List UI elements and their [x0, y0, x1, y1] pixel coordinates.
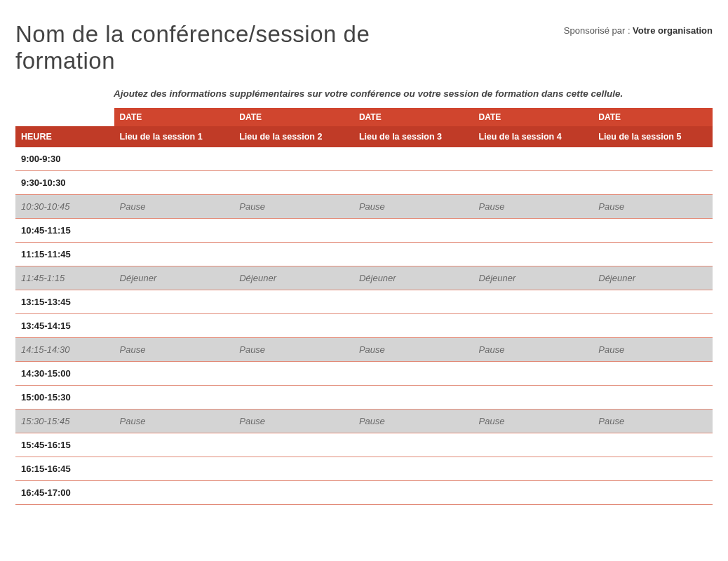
session-cell: Pause	[593, 410, 713, 433]
session-cell	[114, 457, 234, 481]
table-row: 15:30-15:45PausePausePausePausePause	[15, 410, 713, 433]
session-cell	[114, 481, 234, 505]
session-cell: Pause	[114, 338, 234, 362]
session-cell	[593, 457, 713, 481]
session-cell: Pause	[353, 410, 473, 433]
time-cell: 16:15-16:45	[15, 457, 114, 481]
session-cell: Pause	[593, 195, 713, 219]
session-cell	[353, 433, 473, 457]
session-cell: Déjeuner	[114, 266, 234, 290]
session-header-5: Lieu de la session 5	[593, 126, 713, 147]
session-cell	[593, 386, 713, 410]
session-cell	[593, 243, 713, 266]
session-cell	[234, 433, 353, 457]
table-row: 14:30-15:00	[15, 362, 713, 386]
session-cell	[234, 147, 353, 171]
session-cell	[353, 147, 473, 171]
session-cell: Déjeuner	[473, 266, 593, 290]
session-cell: Pause	[593, 338, 713, 362]
session-header-3: Lieu de la session 3	[353, 126, 473, 147]
session-cell	[473, 243, 593, 266]
date-header-3: DATE	[353, 108, 473, 126]
session-header-4: Lieu de la session 4	[473, 126, 593, 147]
page-title: Nom de la conférence/session de formatio…	[15, 21, 408, 74]
session-cell	[234, 481, 353, 505]
table-row: 11:45-1:15DéjeunerDéjeunerDéjeunerDéjeun…	[15, 266, 713, 290]
time-header: HEURE	[15, 126, 114, 147]
time-cell: 15:00-15:30	[15, 386, 114, 410]
session-cell	[593, 362, 713, 386]
header-row-sessions: HEURE Lieu de la session 1 Lieu de la se…	[15, 126, 713, 147]
time-cell: 9:00-9:30	[15, 147, 114, 171]
session-cell	[593, 171, 713, 195]
date-header-1: DATE	[114, 108, 234, 126]
table-row: 15:45-16:15	[15, 433, 713, 457]
session-cell: Pause	[234, 410, 353, 433]
schedule-table: DATE DATE DATE DATE DATE HEURE Lieu de l…	[15, 108, 713, 506]
session-cell	[593, 433, 713, 457]
session-cell	[234, 219, 353, 243]
date-header-5: DATE	[593, 108, 713, 126]
time-cell: 16:45-17:00	[15, 481, 114, 505]
subtitle-block: Ajoutez des informations supplémentaires…	[114, 87, 713, 100]
session-cell	[473, 362, 593, 386]
session-cell: Pause	[473, 195, 593, 219]
subtitle: Ajoutez des informations supplémentaires…	[114, 88, 623, 99]
session-cell	[473, 386, 593, 410]
session-cell	[234, 314, 353, 338]
session-cell	[473, 171, 593, 195]
table-row: 10:45-11:15	[15, 219, 713, 243]
session-cell: Déjeuner	[593, 266, 713, 290]
session-cell	[114, 147, 234, 171]
session-cell	[593, 219, 713, 243]
time-cell: 14:15-14:30	[15, 338, 114, 362]
session-cell	[234, 457, 353, 481]
session-cell: Déjeuner	[353, 266, 473, 290]
session-cell: Pause	[353, 338, 473, 362]
time-cell: 11:15-11:45	[15, 243, 114, 266]
session-cell	[593, 147, 713, 171]
schedule-body: 9:00-9:309:30-10:3010:30-10:45PausePause…	[15, 147, 713, 505]
table-row: 15:00-15:30	[15, 386, 713, 410]
session-cell	[234, 362, 353, 386]
session-cell	[114, 433, 234, 457]
session-header-2: Lieu de la session 2	[234, 126, 353, 147]
session-cell	[353, 219, 473, 243]
session-cell	[473, 147, 593, 171]
table-row: 9:00-9:30	[15, 147, 713, 171]
session-cell: Pause	[353, 195, 473, 219]
session-cell	[234, 290, 353, 314]
session-cell: Pause	[114, 410, 234, 433]
session-cell	[234, 243, 353, 266]
session-cell	[114, 243, 234, 266]
session-cell: Pause	[234, 195, 353, 219]
session-cell	[234, 386, 353, 410]
table-row: 13:45-14:15	[15, 314, 713, 338]
session-cell	[114, 219, 234, 243]
session-cell	[593, 314, 713, 338]
session-cell: Pause	[234, 338, 353, 362]
session-cell	[353, 481, 473, 505]
session-cell: Déjeuner	[234, 266, 353, 290]
session-cell	[353, 457, 473, 481]
session-cell: Pause	[473, 338, 593, 362]
session-cell	[114, 290, 234, 314]
time-cell: 13:45-14:15	[15, 314, 114, 338]
session-cell	[353, 362, 473, 386]
time-cell: 14:30-15:00	[15, 362, 114, 386]
session-cell	[353, 243, 473, 266]
table-row: 16:15-16:45	[15, 457, 713, 481]
sponsor-label: Sponsorisé par :	[564, 25, 633, 36]
table-row: 9:30-10:30	[15, 171, 713, 195]
time-cell: 11:45-1:15	[15, 266, 114, 290]
session-cell	[593, 481, 713, 505]
session-header-1: Lieu de la session 1	[114, 126, 234, 147]
session-cell: Pause	[473, 410, 593, 433]
table-row: 11:15-11:45	[15, 243, 713, 266]
table-row: 14:15-14:30PausePausePausePausePause	[15, 338, 713, 362]
session-cell	[353, 386, 473, 410]
time-cell: 15:45-16:15	[15, 433, 114, 457]
session-cell: Pause	[114, 195, 234, 219]
session-cell	[473, 219, 593, 243]
session-cell	[473, 314, 593, 338]
